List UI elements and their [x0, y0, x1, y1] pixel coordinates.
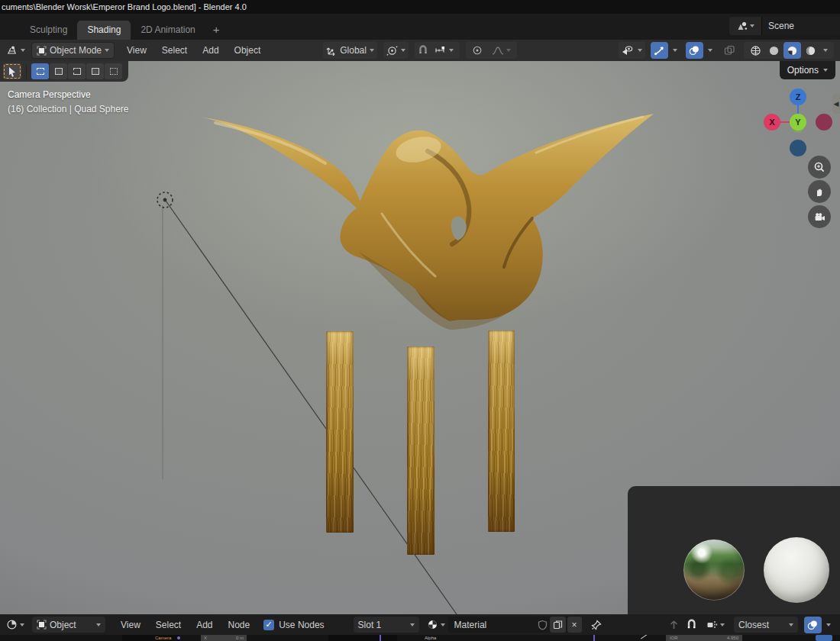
menu-add[interactable]: Add: [195, 45, 226, 56]
shading-rendered-button[interactable]: [802, 42, 819, 59]
object-mode-icon: [37, 46, 47, 56]
scene-name-field[interactable]: Scene: [761, 17, 840, 35]
material-browse-button[interactable]: [424, 617, 448, 633]
snap-mode-dropdown[interactable]: Closest: [734, 617, 798, 633]
shader-menu-view[interactable]: View: [113, 620, 148, 630]
camera-node-label: Camera: [155, 635, 171, 641]
shader-menu-add[interactable]: Add: [189, 620, 220, 630]
viewport-header: Object Mode View Select Add Object Globa…: [0, 40, 840, 61]
snap-increment-icon: [435, 46, 447, 55]
gold-pillar-middle[interactable]: [407, 346, 435, 555]
fake-user-shield-icon[interactable]: [538, 620, 548, 630]
alpha-socket-label: Alpha: [425, 635, 436, 641]
shader-menu-node[interactable]: Node: [221, 620, 258, 630]
gizmo-x-axis[interactable]: X: [764, 114, 780, 130]
proportional-edit-toggle[interactable]: [469, 42, 486, 59]
object-visibility-dropdown[interactable]: [619, 42, 645, 59]
scene-browse-button[interactable]: [729, 17, 761, 35]
unlink-material-icon[interactable]: ×: [567, 617, 582, 633]
snap-target-dropdown[interactable]: [431, 42, 457, 59]
snap-magnet-icon[interactable]: [686, 619, 697, 630]
chevron-down-icon: [506, 49, 511, 52]
node-link: [593, 635, 595, 641]
scene-icon: [736, 21, 748, 31]
chevron-down-icon: [370, 49, 374, 52]
zoom-button[interactable]: [808, 156, 831, 179]
gizmo-dropdown[interactable]: [670, 42, 680, 59]
select-mode-extend-button[interactable]: [50, 63, 67, 79]
tab-shading[interactable]: Shading: [77, 21, 131, 40]
proportional-falloff-dropdown[interactable]: [489, 42, 514, 59]
menu-object[interactable]: Object: [227, 45, 269, 56]
x-axis-line: [780, 121, 790, 123]
collection-breadcrumb-label: (16) Collection | Quad Sphere: [8, 104, 129, 114]
ior-slider[interactable]: IOR4.950: [666, 635, 742, 641]
select-mode-subtract-button[interactable]: [68, 63, 86, 79]
xray-toggle[interactable]: [721, 42, 738, 59]
tab-2d-animation[interactable]: 2D Animation: [131, 21, 205, 40]
pan-button[interactable]: [808, 180, 831, 203]
transform-orientation-dropdown[interactable]: Global: [323, 42, 377, 59]
active-tool-button[interactable]: [3, 63, 21, 79]
gold-pillar-left[interactable]: [326, 331, 354, 533]
gizmo-y-axis[interactable]: Y: [790, 114, 806, 130]
chevron-down-icon: [823, 69, 828, 72]
camera-view-button[interactable]: [808, 205, 831, 228]
window-title: cuments\Blender Worsk\Emperor Brand Logo…: [2, 2, 247, 11]
material-name-field[interactable]: Material ×: [448, 617, 582, 633]
shader-editor-type-button[interactable]: [3, 617, 27, 633]
select-mode-new-button[interactable]: [31, 63, 49, 79]
editor-type-button[interactable]: [3, 42, 28, 59]
checkbox-checked-icon: ✓: [263, 620, 274, 630]
chevron-down-icon: [441, 623, 445, 627]
use-nodes-checkbox[interactable]: ✓ Use Nodes: [263, 620, 324, 630]
shader-menu-select[interactable]: Select: [148, 620, 189, 630]
show-gizmo-toggle[interactable]: [651, 42, 668, 59]
shading-mode-group: [744, 42, 834, 59]
hand-icon: [814, 186, 825, 198]
window-title-bar: cuments\Blender Worsk\Emperor Brand Logo…: [0, 0, 840, 14]
gizmo-z-axis[interactable]: Z: [790, 89, 806, 105]
shading-dropdown[interactable]: [820, 42, 831, 59]
show-overlays-toggle[interactable]: [686, 42, 703, 59]
mode-dropdown[interactable]: Object Mode: [31, 42, 115, 59]
shader-editor-header: Object View Select Add Node ✓ Use Nodes …: [0, 614, 840, 635]
parent-node-tree-icon[interactable]: [668, 619, 680, 630]
camera-icon: [813, 211, 825, 222]
tab-sculpting[interactable]: Sculpting: [20, 21, 77, 40]
3d-viewport[interactable]: Options Camera Perspective (16) Collecti…: [0, 61, 840, 614]
magnet-icon[interactable]: [418, 45, 428, 56]
node-editor-strip[interactable]: Camera X0 m Alpha IOR4.950: [0, 635, 840, 641]
x-value-slider[interactable]: X0 m: [201, 635, 247, 641]
shading-solid-button[interactable]: [765, 42, 783, 59]
menu-view[interactable]: View: [119, 45, 154, 56]
gizmo-negative-x-axis[interactable]: [816, 114, 832, 130]
gold-pillar-right[interactable]: [488, 330, 515, 532]
chevron-down-icon: [720, 623, 725, 627]
sidebar-collapse-tab[interactable]: ◀: [832, 94, 840, 114]
gold-logo-object[interactable]: [200, 114, 654, 330]
node-link: [641, 635, 653, 641]
shading-material-preview-button[interactable]: [783, 42, 801, 59]
menu-select[interactable]: Select: [154, 45, 195, 56]
material-slot-dropdown[interactable]: Slot 1: [354, 617, 419, 633]
sun-light-object[interactable]: [157, 192, 173, 208]
node-overlays-dropdown[interactable]: [823, 617, 834, 633]
magnifier-plus-icon: [813, 161, 825, 173]
overlays-dropdown[interactable]: [705, 42, 716, 59]
gizmo-negative-z-axis[interactable]: [790, 140, 806, 156]
add-workspace-button[interactable]: +: [205, 21, 228, 40]
pivot-point-dropdown[interactable]: [383, 42, 409, 59]
object-data-icon: [37, 620, 47, 630]
shading-wireframe-button[interactable]: [747, 42, 764, 59]
node-snap-target-dropdown[interactable]: [703, 617, 728, 633]
select-mode-invert-button[interactable]: [86, 63, 104, 79]
select-mode-intersect-button[interactable]: [105, 63, 122, 79]
pin-icon[interactable]: [591, 620, 602, 630]
shader-type-dropdown[interactable]: Object: [32, 617, 105, 633]
options-dropdown[interactable]: Options: [780, 61, 835, 79]
chevron-down-icon: [410, 623, 415, 627]
new-material-copy-icon[interactable]: [550, 617, 566, 633]
node-overlays-toggle[interactable]: [804, 617, 822, 633]
hdri-environment-preview: [683, 540, 745, 601]
